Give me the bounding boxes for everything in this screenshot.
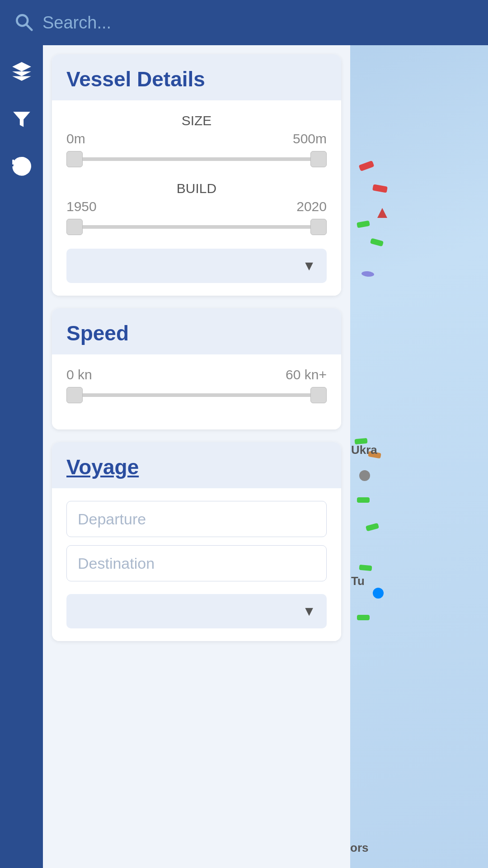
- voyage-title[interactable]: Voyage: [66, 455, 327, 479]
- vessel-details-card: Vessel Details SIZE 0m 500m: [52, 54, 341, 296]
- vessel-details-body: SIZE 0m 500m BUILD 1950: [52, 100, 341, 296]
- search-bar: [0, 0, 488, 45]
- vessel-triangle: [377, 208, 387, 218]
- build-track: [66, 225, 327, 229]
- search-input[interactable]: [42, 13, 474, 33]
- map-vessels-area: Ukra Tu ors: [350, 45, 488, 868]
- vessel-red-2: [372, 184, 388, 193]
- filter-icon[interactable]: [9, 107, 34, 132]
- sidebar: [0, 45, 43, 868]
- speed-thumb-right[interactable]: [310, 387, 327, 403]
- speed-slider[interactable]: [66, 384, 327, 406]
- destination-input[interactable]: [66, 545, 327, 581]
- search-icon: [14, 12, 33, 33]
- voyage-type-dropdown[interactable]: [66, 594, 327, 628]
- vessel-green-2: [370, 238, 384, 247]
- build-min-label: 1950: [66, 199, 97, 214]
- vessel-type-dropdown-wrapper: ▼: [66, 249, 327, 283]
- history-icon[interactable]: [9, 155, 34, 180]
- speed-header: Speed: [52, 308, 341, 354]
- turkey-label: Tu: [351, 574, 365, 588]
- voyage-card: Voyage ▼: [52, 442, 341, 641]
- speed-card: Speed 0 kn 60 kn+: [52, 308, 341, 429]
- size-max-label: 500m: [293, 131, 327, 146]
- speed-max-label: 60 kn+: [286, 367, 327, 382]
- build-label: BUILD: [66, 181, 327, 196]
- vessel-circle-gray: [359, 470, 370, 481]
- vessel-green-1: [357, 221, 370, 228]
- speed-fill: [66, 393, 327, 397]
- build-slider-section: BUILD 1950 2020: [66, 181, 327, 238]
- vessel-red-1: [359, 160, 375, 171]
- build-max-label: 2020: [296, 199, 327, 214]
- size-thumb-left[interactable]: [66, 151, 83, 167]
- speed-slider-section: 0 kn 60 kn+: [66, 367, 327, 406]
- speed-title: Speed: [66, 321, 327, 345]
- main-panel: Vessel Details SIZE 0m 500m: [43, 45, 350, 868]
- size-slider[interactable]: [66, 148, 327, 170]
- vessel-green-6: [359, 565, 372, 571]
- vessel-details-title: Vessel Details: [66, 67, 327, 91]
- svg-line-1: [26, 24, 32, 30]
- build-fill: [66, 225, 327, 229]
- ors-label: ors: [350, 841, 368, 855]
- vessel-green-7: [357, 615, 370, 620]
- vessel-circle-blue: [373, 588, 384, 599]
- vessel-type-dropdown[interactable]: [66, 249, 327, 283]
- vessel-details-header: Vessel Details: [52, 54, 341, 100]
- voyage-header: Voyage: [52, 442, 341, 488]
- voyage-body: ▼: [52, 488, 341, 641]
- build-slider[interactable]: [66, 216, 327, 238]
- size-label: SIZE: [66, 113, 327, 128]
- size-slider-section: SIZE 0m 500m: [66, 113, 327, 170]
- vessel-green-5: [366, 523, 379, 532]
- size-track: [66, 157, 327, 161]
- size-thumb-right[interactable]: [310, 151, 327, 167]
- ukraine-label: Ukra: [351, 443, 377, 457]
- voyage-dropdown-wrapper: ▼: [66, 594, 327, 628]
- size-min-label: 0m: [66, 131, 85, 146]
- vessel-green-4: [357, 497, 370, 503]
- speed-body: 0 kn 60 kn+: [52, 354, 341, 429]
- build-thumb-left[interactable]: [66, 219, 83, 235]
- layers-icon[interactable]: [9, 59, 34, 84]
- build-thumb-right[interactable]: [310, 219, 327, 235]
- speed-track: [66, 393, 327, 397]
- size-fill: [66, 157, 327, 161]
- departure-input[interactable]: [66, 501, 327, 537]
- vessel-purple-1: [361, 271, 375, 277]
- speed-thumb-left[interactable]: [66, 387, 83, 403]
- speed-min-label: 0 kn: [66, 367, 92, 382]
